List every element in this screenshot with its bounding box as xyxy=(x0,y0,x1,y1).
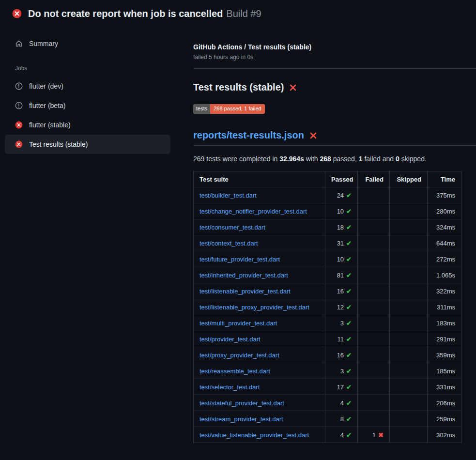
sidebar-item-label: flutter (beta) xyxy=(29,102,65,109)
summary-text: with xyxy=(304,155,320,163)
test-suite-cell: test/value_listenable_provider_test.dart xyxy=(194,427,325,443)
test-suite-cell: test/builder_test.dart xyxy=(194,187,325,203)
failed-cell xyxy=(358,251,390,267)
sidebar-item-test-results-stable[interactable]: Test results (stable) xyxy=(5,135,170,154)
table-row: test/listenable_provider_test.dart16✔322… xyxy=(194,283,461,299)
skipped-cell xyxy=(390,411,428,427)
test-suite-cell: test/provider_test.dart xyxy=(194,331,325,347)
divider xyxy=(193,68,476,69)
column-header-time: Time xyxy=(428,171,461,187)
report-heading: reports/test-results.json xyxy=(193,130,476,146)
sidebar-item-flutter-stable[interactable]: flutter (stable) xyxy=(5,115,170,135)
test-suite-link[interactable]: test/future_provider_test.dart xyxy=(200,256,280,263)
test-suite-link[interactable]: test/proxy_provider_test.dart xyxy=(200,352,279,359)
results-table-body: test/builder_test.dart24✔375mstest/chang… xyxy=(194,187,461,443)
test-suite-link[interactable]: test/builder_test.dart xyxy=(200,192,257,199)
passed-cell-value: 16 xyxy=(337,288,344,295)
failed-cell xyxy=(358,283,390,299)
run-status: failed 5 hours ago in 0s xyxy=(193,54,476,61)
test-suite-link[interactable]: test/listenable_provider_test.dart xyxy=(200,288,291,295)
passed-cell-value: 4 xyxy=(340,399,344,407)
skipped-cell xyxy=(390,379,428,395)
column-header-skipped: Skipped xyxy=(390,171,428,187)
time-cell: 259ms xyxy=(428,411,461,427)
summary-skipped-count: 0 xyxy=(396,155,399,163)
sidebar-item-flutter-beta[interactable]: flutter (beta) xyxy=(5,96,170,115)
test-suite-link[interactable]: test/multi_provider_test.dart xyxy=(200,320,277,327)
time-cell: 322ms xyxy=(428,283,461,299)
page-title: Do not create report when job is cancell… xyxy=(28,8,223,19)
failed-cell xyxy=(358,219,390,235)
header-title-row: Do not create report when job is cancell… xyxy=(28,8,261,19)
red-x-icon xyxy=(289,84,297,92)
table-row: test/inherited_provider_test.dart81✔1.06… xyxy=(194,267,461,283)
check-icon: ✔ xyxy=(346,240,352,247)
time-cell: 1.065s xyxy=(428,267,461,283)
table-row: test/stream_provider_test.dart8✔259ms xyxy=(194,411,461,427)
time-cell: 280ms xyxy=(428,203,461,219)
test-suite-link[interactable]: test/stateful_provider_test.dart xyxy=(200,399,284,407)
passed-cell-value: 18 xyxy=(337,224,344,231)
skipped-cell xyxy=(390,395,428,411)
passed-cell-value: 10 xyxy=(337,256,344,263)
time-cell: 291ms xyxy=(428,331,461,347)
column-header-passed: Passed xyxy=(325,171,358,187)
test-suite-link[interactable]: test/listenable_proxy_provider_test.dart xyxy=(200,304,309,311)
passed-cell-value: 81 xyxy=(337,272,344,279)
passed-cell: 3✔ xyxy=(325,363,358,379)
breadcrumb: GitHub Actions / Test results (stable) xyxy=(193,43,476,51)
test-suite-link[interactable]: test/provider_test.dart xyxy=(200,336,261,343)
test-suite-link[interactable]: test/context_test.dart xyxy=(200,240,258,247)
test-suite-link[interactable]: test/inherited_provider_test.dart xyxy=(200,272,288,279)
table-row: test/consumer_test.dart18✔324ms xyxy=(194,219,461,235)
table-row: test/listenable_proxy_provider_test.dart… xyxy=(194,299,461,315)
section-heading-text: Test results (stable) xyxy=(193,82,284,93)
passed-cell: 8✔ xyxy=(325,411,358,427)
summary-text: skipped. xyxy=(399,155,427,163)
home-icon xyxy=(15,40,23,47)
passed-cell-value: 4 xyxy=(340,431,344,439)
test-suite-link[interactable]: test/consumer_test.dart xyxy=(200,224,265,231)
time-cell: 324ms xyxy=(428,219,461,235)
passed-cell: 24✔ xyxy=(325,187,358,203)
skipped-cell xyxy=(390,203,428,219)
passed-cell: 4✔ xyxy=(325,395,358,411)
passed-cell-value: 16 xyxy=(337,352,344,359)
test-suite-link[interactable]: test/change_notifier_provider_test.dart xyxy=(200,208,307,215)
test-suite-link[interactable]: test/reassemble_test.dart xyxy=(200,368,270,375)
report-file-link[interactable]: reports/test-results.json xyxy=(193,130,304,141)
build-number: Build #9 xyxy=(226,8,261,19)
test-suite-cell: test/future_provider_test.dart xyxy=(194,251,325,267)
passed-cell: 18✔ xyxy=(325,219,358,235)
skipped-cell xyxy=(390,363,428,379)
summary-failed-count: 1 xyxy=(359,155,363,163)
test-suite-link[interactable]: test/selector_test.dart xyxy=(200,383,260,391)
time-cell: 331ms xyxy=(428,379,461,395)
test-suite-cell: test/proxy_provider_test.dart xyxy=(194,347,325,363)
failed-cell xyxy=(358,347,390,363)
check-icon: ✔ xyxy=(346,415,352,423)
summary-text: 269 tests were completed in xyxy=(193,155,279,163)
passed-cell: 12✔ xyxy=(325,299,358,315)
check-icon: ✔ xyxy=(346,368,352,375)
passed-cell: 17✔ xyxy=(325,379,358,395)
badge-label: tests xyxy=(193,104,210,114)
table-row: test/reassemble_test.dart3✔185ms xyxy=(194,363,461,379)
badge-value: 268 passed, 1 failed xyxy=(210,104,264,114)
summary-text: failed and xyxy=(363,155,396,163)
test-suite-cell: test/reassemble_test.dart xyxy=(194,363,325,379)
skipped-cell xyxy=(390,187,428,203)
passed-cell: 4✔ xyxy=(325,427,358,443)
test-suite-link[interactable]: test/stream_provider_test.dart xyxy=(200,415,283,423)
sidebar-item-flutter-dev[interactable]: flutter (dev) xyxy=(5,77,170,96)
test-suite-link[interactable]: test/value_listenable_provider_test.dart xyxy=(200,431,309,439)
skipped-cell xyxy=(390,315,428,331)
check-icon: ✔ xyxy=(346,224,352,231)
sidebar-item-summary[interactable]: Summary xyxy=(5,34,170,53)
time-cell: 311ms xyxy=(428,299,461,315)
passed-cell-value: 3 xyxy=(340,320,344,327)
failed-cell xyxy=(358,411,390,427)
failed-cell-value: 1 xyxy=(372,431,376,439)
test-results-table: Test suite Passed Failed Skipped Time te… xyxy=(193,171,461,443)
check-icon: ✔ xyxy=(346,383,352,391)
